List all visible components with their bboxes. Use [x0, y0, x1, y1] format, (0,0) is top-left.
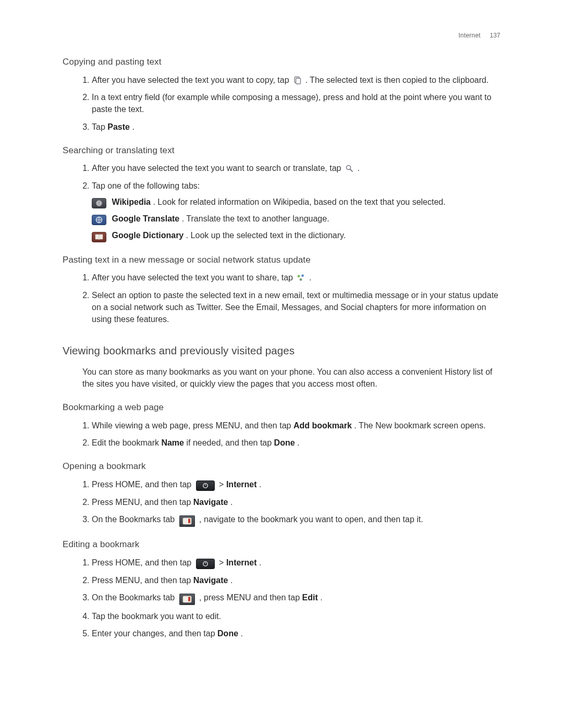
text: Press HOME, and then tap	[92, 480, 194, 489]
label-edit: Edit	[302, 593, 318, 602]
text: On the Bookmarks tab	[92, 515, 177, 524]
text: Edit the bookmark	[92, 438, 161, 447]
heading-viewing-bookmarks: Viewing bookmarks and previously visited…	[63, 343, 500, 359]
label-add-bookmark: Add bookmark	[293, 421, 352, 430]
text: .	[309, 273, 311, 282]
text: . The selected text is then copied to th…	[305, 76, 489, 84]
label-done: Done	[274, 438, 295, 447]
list-item: Tap Paste .	[92, 121, 500, 133]
label-navigate: Navigate	[193, 576, 228, 585]
list-item: While viewing a web page, press MENU, an…	[92, 419, 500, 431]
label-wikipedia: Wikipedia	[112, 198, 151, 206]
label-internet: Internet	[226, 558, 257, 567]
label-google-translate: Google Translate	[112, 214, 179, 223]
svg-point-6	[298, 275, 300, 278]
list-item: On the Bookmarks tab , press MENU and th…	[92, 591, 500, 605]
heading-searching-translating: Searching or translating text	[63, 144, 500, 157]
copy-icon	[292, 76, 302, 85]
text: .	[259, 480, 261, 489]
svg-rect-1	[296, 78, 301, 84]
text: .	[297, 438, 299, 447]
search-options: Wikipedia . Look for related information…	[92, 196, 500, 242]
text: Tap one of the following tabs:	[92, 181, 200, 190]
bookmarks-tab-icon	[179, 515, 195, 527]
label-done: Done	[217, 629, 238, 638]
list-item: Press HOME, and then tap > Internet .	[92, 557, 500, 569]
svg-line-3	[350, 169, 352, 172]
list-item: Press MENU, and then tap Navigate .	[92, 496, 500, 508]
dictionary-icon	[92, 232, 106, 242]
text: >	[219, 480, 226, 489]
heading-opening-bookmark: Opening a bookmark	[63, 460, 500, 473]
text: .	[320, 593, 322, 602]
bookmark-steps: While viewing a web page, press MENU, an…	[82, 419, 500, 449]
apps-launcher-icon	[196, 559, 215, 569]
label-paste: Paste	[107, 122, 130, 131]
heading-bookmarking: Bookmarking a web page	[63, 401, 500, 414]
list-item: Select an option to paste the selected t…	[92, 289, 500, 326]
text: , press MENU and then tap	[199, 593, 302, 602]
list-item: Tap the bookmark you want to edit.	[92, 610, 500, 622]
text: While viewing a web page, press MENU, an…	[92, 421, 293, 430]
list-item: Press MENU, and then tap Navigate .	[92, 574, 500, 586]
list-item: Press HOME, and then tap > Internet .	[92, 478, 500, 491]
search-icon	[345, 164, 354, 173]
label-navigate: Navigate	[193, 498, 228, 507]
list-item: After you have selected the text you wan…	[92, 272, 500, 283]
text: . Translate the text to another language…	[182, 214, 329, 223]
text: After you have selected the text you wan…	[92, 273, 295, 282]
list-item: Tap one of the following tabs: Wikipedia…	[92, 180, 500, 242]
search-steps: After you have selected the text you wan…	[82, 162, 500, 242]
text: Press MENU, and then tap	[92, 498, 193, 507]
svg-point-8	[300, 279, 302, 281]
text: After you have selected the text you wan…	[92, 164, 344, 172]
list-item: On the Bookmarks tab , navigate to the b…	[92, 513, 500, 527]
text: After you have selected the text you wan…	[92, 76, 291, 84]
bookmarks-tab-icon	[179, 594, 195, 605]
page-header: Internet 137	[63, 31, 500, 40]
text: . Look up the selected text in the dicti…	[186, 231, 346, 240]
list-item: Enter your changes, and then tap Done .	[92, 627, 500, 639]
text: if needed, and then tap	[186, 438, 274, 447]
label-name: Name	[161, 438, 184, 447]
option-google-dictionary: Google Dictionary . Look up the selected…	[92, 229, 500, 242]
translate-icon	[92, 215, 106, 225]
text: On the Bookmarks tab	[92, 593, 177, 602]
header-section: Internet	[459, 32, 481, 39]
text: . The New bookmark screen opens.	[354, 421, 485, 430]
text: , navigate to the bookmark you want to o…	[199, 515, 423, 524]
header-page-number: 137	[489, 32, 500, 39]
text: .	[259, 558, 261, 567]
text: .	[230, 576, 232, 585]
wikipedia-icon	[92, 198, 106, 208]
text: .	[132, 122, 134, 131]
text: Tap	[92, 122, 107, 131]
paste-steps: After you have selected the text you wan…	[82, 272, 500, 325]
option-wikipedia: Wikipedia . Look for related information…	[92, 196, 500, 208]
list-item: After you have selected the text you wan…	[92, 74, 500, 86]
heading-pasting-social: Pasting text in a new message or social …	[63, 254, 500, 267]
heading-editing-bookmark: Editing a bookmark	[63, 538, 500, 551]
text: Press MENU, and then tap	[92, 576, 193, 585]
text: .	[230, 498, 232, 507]
page: Internet 137 Copying and pasting text Af…	[0, 0, 563, 728]
list-item: After you have selected the text you wan…	[92, 162, 500, 174]
list-item: Edit the bookmark Name if needed, and th…	[92, 437, 500, 449]
text: .	[241, 629, 243, 638]
heading-copying-pasting: Copying and pasting text	[63, 56, 500, 69]
svg-point-7	[302, 275, 304, 277]
text: Press HOME, and then tap	[92, 558, 194, 567]
share-icon	[296, 273, 305, 282]
list-item: In a text entry field (for example while…	[92, 91, 500, 115]
text: . Look for related information on Wikipe…	[153, 198, 445, 206]
text: .	[357, 164, 359, 172]
open-steps: Press HOME, and then tap > Internet . Pr…	[82, 478, 500, 527]
label-google-dictionary: Google Dictionary	[112, 231, 183, 240]
text: Enter your changes, and then tap	[92, 629, 217, 638]
copy-steps: After you have selected the text you wan…	[82, 74, 500, 133]
apps-launcher-icon	[196, 480, 215, 491]
label-internet: Internet	[226, 480, 257, 489]
viewing-bookmarks-intro: You can store as many bookmarks as you w…	[82, 366, 500, 390]
option-google-translate: Google Translate . Translate the text to…	[92, 213, 500, 225]
edit-steps: Press HOME, and then tap > Internet . Pr…	[82, 557, 500, 640]
